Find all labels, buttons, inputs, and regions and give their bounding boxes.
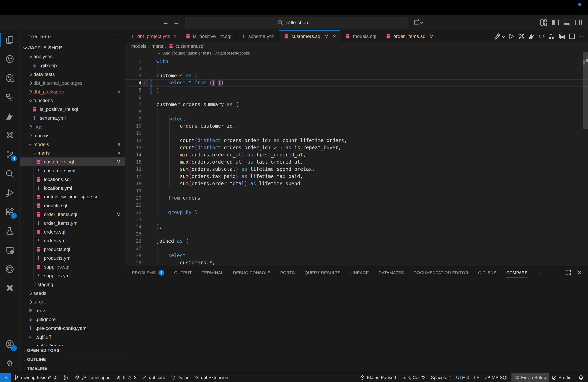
activity-settings-gear-icon[interactable]: ⚙ xyxy=(0,354,20,373)
tree-item-products.yml[interactable]: !products.yml xyxy=(20,254,125,263)
dbt-logo-icon[interactable] xyxy=(528,33,535,40)
tree-item-.gitignore[interactable]: ◈.gitignore xyxy=(20,315,125,324)
tree-item-metricflow_time_spine.sql[interactable]: metricflow_time_spine.sql xyxy=(20,192,125,201)
activity-explorer-icon[interactable] xyxy=(0,30,20,50)
section-open-editors[interactable]: OPEN EDITORS xyxy=(20,346,125,355)
panel-tab-ports[interactable]: PORTS xyxy=(280,266,295,279)
status-item-problems[interactable]: ⊗5⚠3 xyxy=(113,373,139,382)
activity-remote-explorer-icon[interactable] xyxy=(0,241,20,260)
tree-item-customers.yml[interactable]: !customers.yml xyxy=(20,166,125,175)
tab-is_positive_int.sql[interactable]: is_positive_int.sql xyxy=(181,30,236,42)
panel-tab-problems[interactable]: PROBLEMS8 xyxy=(132,266,164,279)
panel-tab-documentation-editor[interactable]: DOCUMENTATION EDITOR xyxy=(414,266,468,279)
tree-item-order_items.sql[interactable]: order_items.sqlM xyxy=(20,210,125,219)
status-item-merge[interactable] xyxy=(61,373,71,382)
tree-item-supplies.sql[interactable]: supplies.sql xyxy=(20,263,125,271)
activity-run-debug-icon[interactable] xyxy=(0,183,20,202)
breadcrumb-item[interactable]: models xyxy=(131,43,147,49)
customize-layout-icon[interactable] xyxy=(540,18,548,27)
tab-models.sql[interactable]: models.sql xyxy=(341,30,381,42)
panel-tab-datamates[interactable]: DATAMATES xyxy=(378,266,404,279)
close-panel-icon[interactable] xyxy=(576,269,583,276)
panel-tab-debug-console[interactable]: DEBUG CONSOLE xyxy=(233,266,270,279)
toggle-sidebar-icon[interactable] xyxy=(551,18,559,27)
activity-dbt-power-user-filled-icon[interactable] xyxy=(0,279,20,298)
status-item-encoding[interactable]: UTF-8 xyxy=(453,373,471,382)
activity-github-icon[interactable] xyxy=(0,260,20,279)
tree-item-macros[interactable]: macros xyxy=(20,131,125,140)
section-timeline[interactable]: TIMELINE xyxy=(20,364,125,373)
tab-dbt_project.yml[interactable]: !dbt_project.yml4 xyxy=(125,30,181,42)
panel-tab-query-results[interactable]: QUERY RESULTS xyxy=(305,266,340,279)
tree-item-dbt_internal_packages[interactable]: dbt_internal_packages xyxy=(20,79,125,88)
tree-item-data-tests[interactable]: data-tests xyxy=(20,70,125,79)
tree-item-supplies.yml[interactable]: !supplies.yml xyxy=(20,271,125,280)
activity-flow-icon[interactable] xyxy=(0,88,20,107)
panel-tab-terminal[interactable]: TERMINAL xyxy=(202,266,223,279)
hammer-icon[interactable] xyxy=(493,33,501,40)
history-forward-button[interactable]: → xyxy=(172,18,180,27)
activity-beaker-icon[interactable] xyxy=(0,221,20,241)
tree-item-analyses[interactable]: analyses xyxy=(20,52,125,61)
toggle-secondary-sidebar-icon[interactable] xyxy=(575,18,583,27)
activity-accounts-icon[interactable]: 1 xyxy=(0,334,20,354)
activity-dbt-logo-icon[interactable] xyxy=(0,107,20,126)
tree-item-models.sql[interactable]: models.sql xyxy=(20,201,125,210)
run-icon[interactable] xyxy=(507,33,515,40)
code-icon[interactable] xyxy=(538,33,546,40)
status-item-eol[interactable]: LF xyxy=(471,373,482,382)
tab-customers.sql[interactable]: customers.sqlM× xyxy=(279,30,341,42)
tree-item-orders.yml[interactable]: !orders.yml xyxy=(20,236,125,245)
close-icon[interactable]: × xyxy=(333,34,336,39)
tree-item-.env[interactable]: ⚙.env xyxy=(20,306,125,315)
status-item-language-mode[interactable]: MS SQL xyxy=(482,373,511,382)
panel-tab-⋯[interactable]: ⋯ xyxy=(537,266,542,279)
section-outline[interactable]: OUTLINE xyxy=(20,355,125,364)
breadcrumb-file[interactable]: customers.sql xyxy=(175,43,204,49)
codelens-actions[interactable]: ··· | Add documentation or tests | Datap… xyxy=(156,51,250,56)
breadcrumb-item[interactable]: marts xyxy=(151,43,163,49)
remote-indicator[interactable]: >< xyxy=(0,373,11,382)
tree-item-JAFFLE-SHOP[interactable]: JAFFLE-SHOP xyxy=(20,43,125,52)
tree-item-seeds[interactable]: seeds xyxy=(20,289,125,298)
tree-item-target[interactable]: target xyxy=(20,298,125,306)
code-editor[interactable]: ··· | Add documentation or tests | Datap… xyxy=(125,50,588,266)
tree-item-functions[interactable]: functions xyxy=(20,96,125,105)
status-item-dbt-extension[interactable]: dbt Extension xyxy=(191,373,231,382)
query-table-icon[interactable] xyxy=(558,33,566,40)
tree-item-logs[interactable]: logs xyxy=(20,122,125,131)
status-item-notifications[interactable] xyxy=(576,373,587,382)
tree-item-.pre-commit-config.yaml[interactable]: !.pre-commit-config.yaml xyxy=(20,324,125,333)
status-item-defer[interactable]: Defer xyxy=(168,373,191,382)
share-button[interactable] xyxy=(413,18,423,26)
tree-item-schema.yml[interactable]: !schema.yml xyxy=(20,114,125,122)
search-input[interactable] xyxy=(185,19,408,26)
more-actions-icon[interactable]: ⋯ xyxy=(578,33,586,40)
status-item-launchpad[interactable]: Launchpad xyxy=(71,373,113,382)
status-item-indentation[interactable]: Spaces: 4 xyxy=(428,373,453,382)
panel-tab-lineage[interactable]: LINEAGE xyxy=(350,266,369,279)
dbt-power-user-icon[interactable] xyxy=(518,33,525,40)
tree-item-customers.sql[interactable]: customers.sqlM xyxy=(20,157,125,166)
tab-schema.yml[interactable]: !schema.yml xyxy=(236,30,279,42)
status-item-finish-setup[interactable]: ⌘Finish Setup xyxy=(511,373,549,382)
tree-item-models[interactable]: models xyxy=(20,140,125,149)
activity-extensions-icon[interactable]: 1 xyxy=(0,202,20,222)
git-compare-icon[interactable] xyxy=(548,33,555,40)
tab-order_items.sql[interactable]: order_items.sqlM xyxy=(381,30,438,42)
split-editor-icon[interactable] xyxy=(568,33,576,40)
activity-search-icon[interactable] xyxy=(0,164,20,183)
panel-tab-gitlens[interactable]: GITLENS xyxy=(478,266,497,279)
status-item-branch[interactable]: mwong-fusion*↺ xyxy=(11,373,60,382)
panel-tab-output[interactable]: OUTPUT xyxy=(174,266,192,279)
status-item-cursor-position[interactable]: Ln 4, Col 22 xyxy=(399,373,428,382)
editor-scrollbar[interactable] xyxy=(583,52,588,129)
status-item-prettier[interactable]: Prettier xyxy=(549,373,576,382)
tree-item-staging[interactable]: staging xyxy=(20,280,125,289)
toggle-panel-icon[interactable] xyxy=(563,18,571,27)
tree-item-order_items.yml[interactable]: !order_items.yml xyxy=(20,219,125,228)
panel-tab-compare[interactable]: COMPARE xyxy=(506,266,528,279)
activity-source-control-icon[interactable]: 4 xyxy=(0,145,20,164)
tree-item-dbt_packages[interactable]: dbt_packages xyxy=(20,88,125,96)
status-item-blame[interactable]: Blame Paused xyxy=(357,373,399,382)
